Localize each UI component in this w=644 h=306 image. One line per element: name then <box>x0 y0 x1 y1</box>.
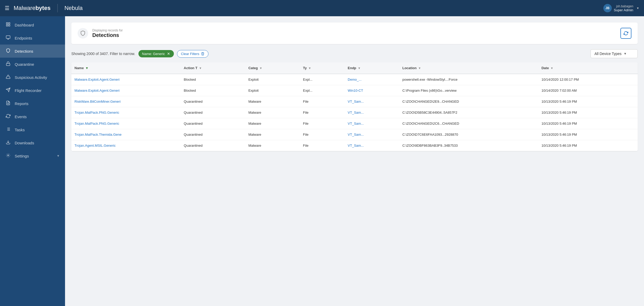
user-dropdown-icon[interactable]: ▼ <box>636 7 639 10</box>
cell-category-2: Malware <box>245 96 300 107</box>
col-header-type[interactable]: Ty ▼ <box>300 62 345 74</box>
col-endpoint-label: Endp <box>348 66 356 70</box>
cell-name-5: Trojan.MalPack.Themida.Gene <box>71 129 181 140</box>
cell-name-2: RiskWare.BitCoinMiner.Generi <box>71 96 181 107</box>
sidebar-item-settings[interactable]: Settings ▼ <box>0 149 65 162</box>
endpoint-filter-icon[interactable]: ▼ <box>358 67 361 70</box>
cell-action-4: Quarantined <box>181 118 245 129</box>
cell-endpoint-2: VT_Sam... <box>345 96 399 107</box>
cell-location-0: powershell.exe -WindowStyl...:Force <box>399 74 538 85</box>
logo-area: Malwarebytes Nebula <box>14 4 83 12</box>
cell-type-1: Expl... <box>300 85 345 96</box>
user-area[interactable]: JB jsh.babagen Super Admin ▼ <box>603 4 639 12</box>
page-header-text: Displaying records for Detections <box>92 29 123 38</box>
endpoint-link-4[interactable]: VT_Sam... <box>348 122 364 125</box>
location-filter-icon[interactable]: ▼ <box>418 67 421 70</box>
sidebar-item-events[interactable]: Events <box>0 110 65 123</box>
detection-link-3[interactable]: Trojan.MalPack.PNG.Generic <box>74 111 119 114</box>
sidebar-item-tasks[interactable]: Tasks <box>0 123 65 136</box>
app-title: Nebula <box>65 5 83 12</box>
cell-endpoint-6: VT_Sam... <box>345 140 399 151</box>
detection-link-6[interactable]: Trojan.Agent.MSIL.Generic <box>74 144 116 147</box>
avatar: JB <box>603 4 612 12</box>
category-filter-icon[interactable]: ▼ <box>259 67 262 70</box>
clear-filters-label: Clear Filters <box>181 52 199 56</box>
col-header-endpoint[interactable]: Endp ▼ <box>345 62 399 74</box>
endpoint-link-1[interactable]: Win10-CT <box>348 89 363 92</box>
sidebar-item-reports[interactable]: Reports <box>0 97 65 110</box>
device-type-dropdown[interactable]: All Device Types ▼ <box>591 49 638 58</box>
cell-endpoint-0: Demo_... <box>345 74 399 85</box>
cell-type-2: File <box>300 96 345 107</box>
sidebar-item-detections[interactable]: Detections <box>0 45 65 58</box>
detection-link-4[interactable]: Trojan.MalPack.PNG.Generic <box>74 122 119 125</box>
sidebar-item-flight-recorder[interactable]: Flight Recorder <box>0 84 65 97</box>
col-category-label: Categ <box>248 66 258 70</box>
cell-category-4: Malware <box>245 118 300 129</box>
endpoint-link-5[interactable]: VT_Sam... <box>348 133 364 136</box>
remove-filter-icon[interactable]: ✕ <box>167 52 170 56</box>
detection-link-5[interactable]: Trojan.MalPack.Themida.Gene <box>74 133 121 136</box>
cell-endpoint-3: VT_Sam... <box>345 107 399 118</box>
cell-location-5: C:\ZOO\D7C6E6FAA1093...2928870 <box>399 129 538 140</box>
cell-action-2: Quarantined <box>181 96 245 107</box>
downloads-icon <box>5 140 11 146</box>
col-header-action[interactable]: Action T ▼ <box>181 62 245 74</box>
detections-icon <box>5 48 11 54</box>
cell-name-4: Trojan.MalPack.PNG.Generic <box>71 118 181 129</box>
main-content: Displaying records for Detections Showin… <box>65 16 644 306</box>
detection-link-1[interactable]: Malware.Exploit.Agent.Generi <box>74 89 120 92</box>
col-header-category[interactable]: Categ ▼ <box>245 62 300 74</box>
svg-rect-2 <box>6 25 8 26</box>
endpoint-link-0[interactable]: Demo_... <box>348 78 362 81</box>
sidebar-item-quarantine[interactable]: Quarantine <box>0 58 65 71</box>
endpoint-link-3[interactable]: VT_Sam... <box>348 111 364 114</box>
table-row: Trojan.MalPack.Themida.Gene Quarantined … <box>71 129 638 140</box>
sidebar-item-dashboard[interactable]: Dashboard <box>0 18 65 31</box>
clear-filters-button[interactable]: Clear Filters <box>177 50 208 58</box>
quarantine-icon <box>5 61 11 67</box>
cell-location-4: C:\ZOO\CHANGED\2C6...CHANGED <box>399 118 538 129</box>
sidebar-item-label: Suspicious Activity <box>15 75 47 80</box>
cell-endpoint-1: Win10-CT <box>345 85 399 96</box>
detections-table: Name ▼ Action T ▼ Categ <box>71 62 638 151</box>
table-header: Name ▼ Action T ▼ Categ <box>71 62 638 74</box>
settings-arrow-icon: ▼ <box>57 154 60 158</box>
active-filter-chip[interactable]: Name: Generic ✕ <box>138 50 174 57</box>
date-filter-icon[interactable]: ▼ <box>550 67 553 70</box>
action-filter-icon[interactable]: ▼ <box>199 67 202 70</box>
name-filter-icon[interactable]: ▼ <box>85 66 88 70</box>
col-header-date[interactable]: Date ▼ <box>538 62 638 74</box>
svg-rect-7 <box>6 63 10 65</box>
col-location-label: Location <box>402 66 416 70</box>
cell-type-6: File <box>300 140 345 151</box>
sidebar-item-endpoints[interactable]: Endpoints <box>0 31 65 45</box>
cell-type-4: File <box>300 118 345 129</box>
table-row: Malware.Exploit.Agent.Generi Blocked Exp… <box>71 85 638 96</box>
table-row: Trojan.MalPack.PNG.Generic Quarantined M… <box>71 107 638 118</box>
user-name-text: jsh.babagen <box>614 4 633 8</box>
table-row: RiskWare.BitCoinMiner.Generi Quarantined… <box>71 96 638 107</box>
cell-name-3: Trojan.MalPack.PNG.Generic <box>71 107 181 118</box>
detection-link-2[interactable]: RiskWare.BitCoinMiner.Generi <box>74 100 121 103</box>
cell-category-6: Malware <box>245 140 300 151</box>
cell-type-5: File <box>300 129 345 140</box>
detection-link-0[interactable]: Malware.Exploit.Agent.Generi <box>74 78 120 81</box>
col-header-name[interactable]: Name ▼ <box>71 62 181 74</box>
type-filter-icon[interactable]: ▼ <box>308 67 311 70</box>
sidebar-item-label: Dashboard <box>15 23 34 27</box>
sidebar-item-suspicious[interactable]: Suspicious Activity <box>0 71 65 84</box>
refresh-button[interactable] <box>620 28 631 39</box>
sidebar-item-downloads[interactable]: Downloads <box>0 136 65 149</box>
cell-category-3: Malware <box>245 107 300 118</box>
sidebar-item-label: Detections <box>15 49 33 53</box>
endpoint-link-6[interactable]: VT_Sam... <box>348 144 364 147</box>
hamburger-icon[interactable]: ☰ <box>5 5 9 11</box>
col-date-label: Date <box>541 66 549 70</box>
endpoint-link-2[interactable]: VT_Sam... <box>348 100 364 103</box>
col-header-location[interactable]: Location ▼ <box>399 62 538 74</box>
table-row: Trojan.MalPack.PNG.Generic Quarantined M… <box>71 118 638 129</box>
user-info: jsh.babagen Super Admin <box>614 4 633 12</box>
settings-icon <box>5 153 11 159</box>
cell-date-1: 10/14/2020 7:02:00 AM <box>538 85 638 96</box>
